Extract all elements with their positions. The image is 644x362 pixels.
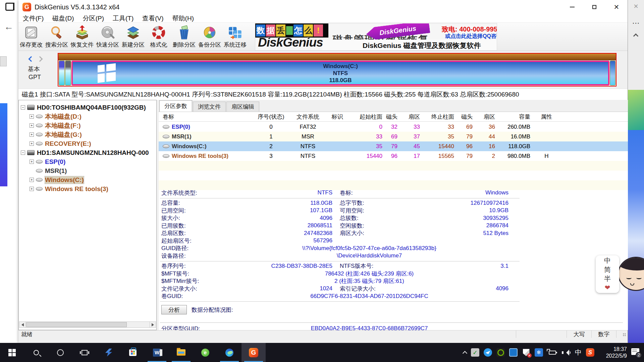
nvidia-icon[interactable]: [496, 348, 505, 357]
tree-item-windows-re[interactable]: + Windows RE tools(3): [19, 184, 156, 193]
collapse-icon[interactable]: −: [21, 150, 25, 155]
partition-block-esp[interactable]: [59, 61, 65, 85]
taskbar-search-button[interactable]: [24, 343, 48, 362]
expand-icon[interactable]: +: [30, 178, 34, 182]
ime-mode-simplified[interactable]: 简: [604, 265, 611, 274]
scrollbar-thumb[interactable]: [26, 322, 127, 327]
dingtalk-icon[interactable]: [484, 348, 492, 357]
menu-tools[interactable]: 工具(T): [108, 14, 138, 23]
col-flag[interactable]: 标识: [323, 113, 352, 121]
menu-help[interactable]: 帮助(H): [168, 14, 198, 23]
ime-mode-halfwidth[interactable]: 半: [604, 275, 611, 283]
tree-item-msr[interactable]: MSR(1): [19, 166, 156, 175]
backup-partition-button[interactable]: 备份分区: [197, 23, 222, 50]
update-check-icon[interactable]: ✓: [471, 348, 479, 357]
system-migration-button[interactable]: 系统迁移: [222, 23, 248, 50]
expand-icon[interactable]: +: [30, 187, 34, 191]
col-volume-label[interactable]: 卷标: [159, 113, 249, 121]
tree-item-local-f[interactable]: + 本地磁盘(F:): [19, 121, 156, 130]
maximize-button[interactable]: [583, 0, 605, 14]
ime-favorite-heart-icon[interactable]: ❤: [605, 284, 610, 292]
partition-block-windows-c[interactable]: Windows(C:) NTFS 118.0GB: [71, 61, 609, 85]
browser-360-button[interactable]: e: [193, 343, 217, 362]
flash-center-button[interactable]: [97, 343, 121, 362]
tree-item-local-g[interactable]: + 本地磁盘(G:): [19, 130, 156, 139]
col-capacity[interactable]: 容量: [495, 113, 530, 121]
hidden-icons-chevron[interactable]: [463, 351, 467, 355]
sogou-tray-icon[interactable]: S: [586, 348, 594, 357]
prev-disk-icon[interactable]: [29, 56, 34, 62]
partition-block-re-tools[interactable]: [610, 61, 615, 85]
ime-language-indicator[interactable]: 中: [575, 348, 582, 357]
partition-block-msr[interactable]: [65, 61, 71, 85]
background-back-arrow-icon[interactable]: ←: [4, 21, 13, 32]
taskbar-clock[interactable]: 18:37 2022/5/9: [599, 346, 627, 359]
ime-mode-chinese[interactable]: 中: [604, 256, 611, 265]
disk-header-strip[interactable]: [58, 54, 616, 60]
col-start-cylinder[interactable]: 起始柱面: [352, 113, 382, 121]
tree-item-recovery-e[interactable]: + RECOVERY(E:): [19, 139, 156, 148]
background-window-restore-icon[interactable]: [5, 3, 14, 11]
cortana-button[interactable]: [48, 343, 72, 362]
menu-disk[interactable]: 磁盘(D): [48, 14, 78, 23]
scroll-left-button[interactable]: [19, 322, 25, 327]
sogou-ime-statusbar[interactable]: 中 简 半 ❤: [596, 255, 619, 293]
battery-plugged-icon[interactable]: [547, 348, 557, 357]
scroll-right-button[interactable]: [150, 322, 156, 327]
table-row-windows-re[interactable]: Windows RE tools(3) 3 NTFS 15440 96 17 1…: [159, 151, 628, 161]
col-end-cylinder[interactable]: 终止柱面: [420, 113, 454, 121]
diskgenius-taskbar-button[interactable]: G: [241, 343, 266, 362]
tree-item-hd1[interactable]: − HD1:SAMSUNGMZNLN128HAHQ-000: [19, 148, 156, 157]
tree-item-hd0[interactable]: − HD0:TOSHIBAMQ04ABF100(932GB): [19, 103, 156, 112]
ad-banner[interactable]: 磁盘管理及数据恢复 数 据 丢 怎 么 ! DiskGenius DiskGen…: [255, 23, 497, 51]
expand-icon[interactable]: +: [30, 141, 34, 146]
defender-shield-icon[interactable]: ✕: [522, 348, 530, 357]
expand-icon[interactable]: +: [30, 132, 34, 137]
file-explorer-button[interactable]: [169, 343, 193, 362]
microsoft-store-button[interactable]: [121, 343, 145, 362]
col-index-status[interactable]: 序号(状态): [249, 113, 293, 121]
word-button[interactable]: W: [145, 343, 169, 362]
expand-icon[interactable]: +: [30, 114, 34, 119]
recover-files-button[interactable]: 恢复文件: [69, 23, 95, 50]
col-start-sector[interactable]: 扇区: [397, 113, 420, 121]
tab-partition-parameters[interactable]: 分区参数: [159, 100, 192, 112]
search-partition-button[interactable]: 搜索分区: [44, 23, 69, 50]
resize-grip[interactable]: [616, 330, 628, 338]
tree-item-windows-c[interactable]: + Windows(C:): [19, 175, 156, 184]
col-start-head[interactable]: 磁头: [382, 113, 397, 121]
col-filesystem[interactable]: 文件系统: [293, 113, 323, 121]
expand-icon[interactable]: +: [30, 123, 34, 128]
intel-graphics-icon[interactable]: [509, 348, 518, 357]
col-end-head[interactable]: 磁头: [454, 113, 473, 121]
format-button[interactable]: 格式化: [146, 23, 171, 50]
table-row-esp[interactable]: ESP(0) 0 FAT32 0 32 33 33 69 36 260.0MB: [159, 122, 628, 132]
chevron-up-icon[interactable]: [633, 34, 639, 39]
quick-partition-button[interactable]: 快速分区: [95, 23, 120, 50]
task-view-button[interactable]: [72, 343, 97, 362]
col-end-sector[interactable]: 扇区: [473, 113, 495, 121]
close-button[interactable]: ✕: [605, 0, 628, 14]
tree-item-local-d[interactable]: + 本地磁盘(D:): [19, 112, 156, 121]
more-options-icon[interactable]: ⋯: [628, 19, 644, 27]
tree-item-esp[interactable]: + ESP(0): [19, 157, 156, 166]
save-changes-button[interactable]: 保存更改: [18, 23, 44, 50]
tab-browse-files[interactable]: 浏览文件: [193, 102, 226, 112]
volume-icon[interactable]: [562, 349, 571, 356]
delete-partition-button[interactable]: 删除分区: [171, 23, 197, 50]
expand-icon[interactable]: +: [30, 160, 34, 164]
menu-view[interactable]: 查看(V): [138, 14, 168, 23]
notification-center-button[interactable]: 2: [631, 348, 641, 357]
snowflake-tool-icon[interactable]: ❄: [535, 348, 543, 357]
tree-horizontal-scrollbar[interactable]: [19, 321, 156, 328]
table-row-windows-c-selected[interactable]: Windows(C:) 2 NTFS 35 79 45 15440 96 16 …: [159, 141, 628, 151]
table-row-msr[interactable]: MSR(1) 1 MSR 33 69 37 35 79 44 16.0MB: [159, 132, 628, 141]
new-partition-button[interactable]: 新建分区: [120, 23, 146, 50]
menu-partition[interactable]: 分区(P): [78, 14, 108, 23]
col-attributes[interactable]: 属性: [530, 113, 563, 121]
menu-file[interactable]: 文件(F): [18, 14, 48, 23]
banner-qq-link[interactable]: 或点击此处选择QQ咨询: [445, 33, 497, 40]
tab-sector-edit[interactable]: 扇区编辑: [226, 102, 259, 112]
background-close-icon[interactable]: ✕: [628, 3, 644, 10]
next-disk-icon[interactable]: [37, 56, 43, 62]
